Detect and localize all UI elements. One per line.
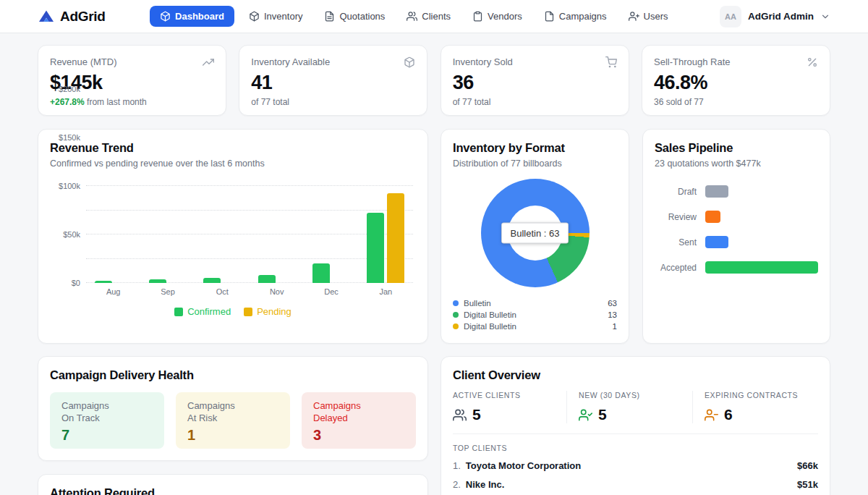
legend-value: 13 [608, 310, 617, 319]
client-name: Toyota Motor Corporation [466, 460, 581, 471]
legend-swatch [174, 308, 183, 316]
dashboard-page: AdGrid DashboardInventoryQuotationsClien… [0, 0, 868, 495]
y-tick-label: $0 [72, 279, 80, 287]
kpi-label: Inventory Sold [453, 56, 513, 67]
kpi-card-inventory-available: Inventory Available41of 77 total [239, 45, 427, 116]
legend-value: 1 [613, 322, 617, 331]
kpi-label: Sell-Through Rate [654, 56, 731, 67]
nav-item-inventory[interactable]: Inventory [242, 7, 310, 26]
bar-group-sep[interactable] [140, 186, 195, 283]
campaigns-icon [544, 11, 555, 22]
section-title: Revenue Trend [50, 141, 416, 155]
stat-value-row: 6 [705, 406, 818, 423]
legend-dot [453, 323, 459, 329]
bar-pending-jan[interactable] [387, 193, 404, 283]
pipeline-label: Draft [655, 187, 697, 197]
section-title: Client Overview [453, 368, 818, 382]
bar-group-jan[interactable] [359, 186, 413, 283]
kpi-value: 41 [251, 72, 415, 94]
donut-legend: Bulletin63Digital Bulletin13Digital Bull… [453, 297, 617, 332]
health-label-line2: At Risk [187, 412, 278, 425]
stat-value: 6 [724, 406, 733, 423]
bar-confirmed-jan[interactable] [367, 213, 384, 283]
client-rank: 2. [453, 479, 461, 490]
bar-group-dec[interactable] [304, 186, 358, 283]
kpi-value: 36 [453, 72, 617, 94]
pipeline-label: Sent [655, 237, 697, 248]
pipeline-bar-draft[interactable] [705, 185, 728, 198]
legend-dot [453, 312, 459, 318]
nav-item-label: Vendors [488, 11, 522, 22]
kpi-subtext: 36 sold of 77 [654, 97, 818, 107]
section-title: Campaign Delivery Health [50, 368, 416, 382]
nav-item-campaigns[interactable]: Campaigns [537, 7, 614, 26]
pipeline-row-draft: Draft [655, 185, 818, 198]
client-name: Nike Inc. [466, 479, 504, 490]
bar-confirmed-sep[interactable] [149, 279, 166, 283]
top-clients-list: 1.Toyota Motor Corporation$66k2.Nike Inc… [453, 460, 818, 495]
health-label-line2: On Track [61, 412, 153, 425]
nav-item-users[interactable]: Users [621, 7, 676, 26]
bar-group-nov[interactable] [250, 186, 304, 283]
pipeline-row-sent: Sent [655, 236, 818, 248]
nav-item-label: Campaigns [559, 11, 607, 22]
nav-item-dashboard[interactable]: Dashboard [150, 6, 234, 27]
cart-icon [605, 56, 617, 68]
pipeline-row-review: Review [655, 211, 818, 223]
kpi-delta: +267.8% [50, 97, 85, 107]
donut-legend-item: Digital Bulletin13 [453, 309, 617, 321]
nav-item-quotations[interactable]: Quotations [317, 7, 392, 26]
stat-label: EXPIRING CONTRACTS [705, 391, 818, 399]
stat-value: 5 [598, 406, 607, 423]
kpi-row: Revenue (MTD)$145k+267.8% from last mont… [38, 45, 830, 116]
client-overview-card: Client Overview ACTIVE CLIENTS5NEW (30 D… [441, 356, 830, 495]
kpi-header: Inventory Available [251, 56, 415, 68]
bar-confirmed-oct[interactable] [203, 278, 221, 283]
user-check-icon [579, 408, 592, 422]
client-stat-active-clients: ACTIVE CLIENTS5 [453, 391, 566, 423]
client-rank: 1. [453, 460, 461, 471]
x-tick-label: Sep [140, 287, 195, 296]
revenue-trend-card: Revenue Trend Confirmed vs pending reven… [38, 129, 428, 344]
client-stat-expiring-contracts: EXPIRING CONTRACTS6 [692, 391, 818, 423]
section-title: Inventory by Format [453, 141, 617, 155]
kpi-value: 46.8% [654, 72, 818, 94]
bar-confirmed-nov[interactable] [258, 275, 276, 283]
section-subtitle: Distribution of 77 billboards [453, 158, 617, 169]
pipeline-bar-accepted[interactable] [705, 261, 818, 274]
quotations-icon [324, 11, 335, 22]
kpi-card-revenue-mtd: Revenue (MTD)$145k+267.8% from last mont… [38, 45, 226, 116]
bar-group-aug[interactable] [86, 186, 140, 283]
format-donut-chart[interactable]: Bulletin : 63 [481, 179, 590, 287]
main-nav: DashboardInventoryQuotationsClientsVendo… [150, 6, 675, 27]
bar-confirmed-dec[interactable] [312, 263, 330, 283]
section-subtitle: 23 quotations worth $477k [655, 158, 818, 169]
nav-item-vendors[interactable]: Vendors [465, 7, 529, 26]
pipeline-bar-chart[interactable]: DraftReviewSentAccepted [655, 185, 818, 274]
trending-up-icon [203, 56, 214, 68]
kpi-label: Inventory Available [251, 56, 330, 67]
bar-confirmed-aug[interactable] [95, 281, 112, 283]
revenue-bar-chart[interactable]: $0$50k$100k$150k$200k [86, 186, 413, 283]
pipeline-label: Accepted [655, 263, 697, 273]
brand[interactable]: AdGrid [38, 8, 106, 25]
pipeline-bar-review[interactable] [705, 211, 720, 223]
bar-group-oct[interactable] [195, 186, 250, 283]
stat-value-row: 5 [579, 406, 692, 423]
pipeline-bar-sent[interactable] [705, 236, 728, 248]
y-tick-label: $100k [59, 182, 80, 190]
brand-name: AdGrid [60, 9, 106, 25]
user-menu[interactable]: AA AdGrid Admin [720, 6, 830, 28]
client-value: $66k [797, 460, 818, 471]
sales-pipeline-card: Sales Pipeline 23 quotations worth $477k… [642, 129, 830, 344]
donut-tooltip: Bulletin : 63 [501, 223, 569, 244]
legend-label: Confirmed [187, 306, 231, 317]
nav-item-label: Clients [422, 11, 451, 22]
donut-legend-item: Digital Bulletin1 [453, 321, 617, 332]
nav-item-clients[interactable]: Clients [399, 7, 458, 26]
campaign-health-card: Campaign Delivery Health CampaignsOn Tra… [38, 356, 428, 461]
revenue-legend: ConfirmedPending [50, 306, 416, 317]
health-label-line1: Campaigns [61, 400, 153, 412]
x-tick-label: Nov [250, 287, 304, 296]
donut-legend-item: Bulletin63 [453, 297, 617, 309]
